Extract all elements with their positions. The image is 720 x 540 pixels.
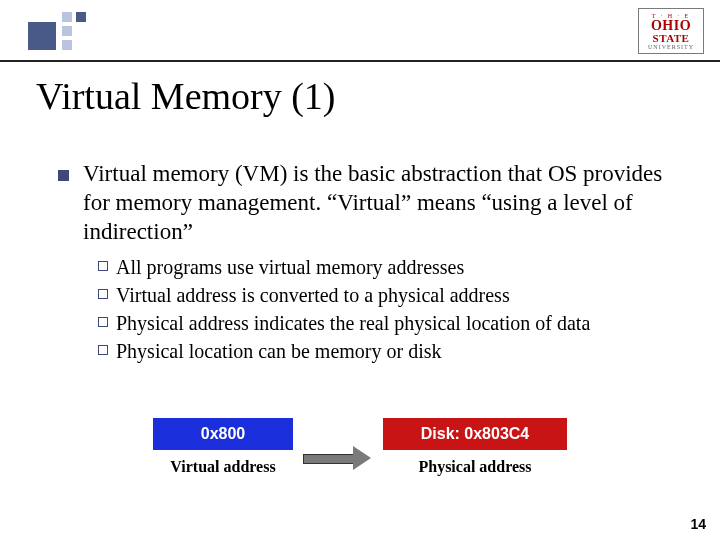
bullet-text: Virtual memory (VM) is the basic abstrac… bbox=[83, 160, 680, 246]
bullet-level2: Physical address indicates the real phys… bbox=[98, 310, 680, 336]
square-bullet-icon bbox=[58, 170, 69, 181]
ohio-state-logo: T · H · E OHIO STATE UNIVERSITY bbox=[638, 8, 704, 54]
logo-line-ohio: OHIO bbox=[651, 19, 691, 33]
slide-title: Virtual Memory (1) bbox=[36, 74, 336, 118]
sub-bullet-text: Physical address indicates the real phys… bbox=[116, 310, 590, 336]
arrow-right-icon bbox=[303, 449, 373, 467]
page-number: 14 bbox=[690, 516, 706, 532]
hollow-square-bullet-icon bbox=[98, 261, 108, 271]
physical-address-box: Disk: 0x803C4 bbox=[383, 418, 567, 450]
logo-line-univ: UNIVERSITY bbox=[648, 44, 694, 50]
virtual-address-caption: Virtual address bbox=[170, 458, 275, 476]
slide: T · H · E OHIO STATE UNIVERSITY Virtual … bbox=[0, 0, 720, 540]
bullet-level2: Physical location can be memory or disk bbox=[98, 338, 680, 364]
sub-bullet-text: Physical location can be memory or disk bbox=[116, 338, 441, 364]
hollow-square-bullet-icon bbox=[98, 289, 108, 299]
sub-bullet-list: All programs use virtual memory addresse… bbox=[98, 254, 680, 364]
header-rule bbox=[0, 60, 720, 62]
hollow-square-bullet-icon bbox=[98, 317, 108, 327]
logo-line-state: STATE bbox=[653, 33, 690, 44]
sub-bullet-text: Virtual address is converted to a physic… bbox=[116, 282, 510, 308]
bullet-level2: All programs use virtual memory addresse… bbox=[98, 254, 680, 280]
slide-body: Virtual memory (VM) is the basic abstrac… bbox=[58, 160, 680, 366]
hollow-square-bullet-icon bbox=[98, 345, 108, 355]
bullet-level2: Virtual address is converted to a physic… bbox=[98, 282, 680, 308]
sub-bullet-text: All programs use virtual memory addresse… bbox=[116, 254, 464, 280]
physical-address-caption: Physical address bbox=[418, 458, 531, 476]
virtual-address-box: 0x800 bbox=[153, 418, 293, 450]
bullet-level1: Virtual memory (VM) is the basic abstrac… bbox=[58, 160, 680, 246]
address-diagram: 0x800 Virtual address Disk: 0x803C4 Phys… bbox=[0, 418, 720, 476]
